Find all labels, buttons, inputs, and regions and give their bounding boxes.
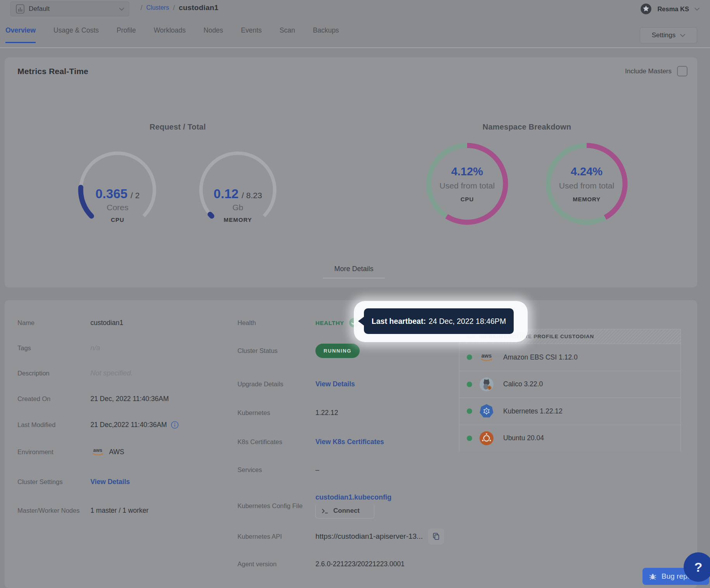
cluster-settings-view-details-link[interactable]: View Details — [90, 478, 130, 486]
detail-row-created-on: Created On 21 Dec, 2022 11:40:36AM — [17, 393, 169, 405]
detail-row-k8s-certificates: K8s Certificates View K8s Certificates — [237, 436, 384, 448]
tabstrip: Overview Usage & Costs Profile Workloads… — [0, 22, 710, 48]
status-dot — [467, 408, 472, 414]
cpu-request-gauge: 0.365/ 2 Cores CPU — [77, 149, 158, 231]
terminal-icon — [321, 508, 329, 514]
detail-row-upgrade-details: Upgrade Details View Details — [237, 378, 355, 390]
aws-icon: aws — [90, 447, 105, 457]
tab-backups[interactable]: Backups — [313, 26, 339, 43]
detail-row-cluster-status: Cluster Status RUNNING — [237, 344, 360, 357]
kubeconfig-link[interactable]: custodian1.kubeconfig — [315, 493, 391, 502]
status-dot — [467, 355, 472, 360]
health-status: HEALTHY — [315, 320, 344, 326]
cpu-donut-title: CPU — [418, 196, 516, 202]
tab-usage-costs[interactable]: Usage & Costs — [54, 26, 99, 43]
tooltip-arrow — [358, 316, 364, 326]
user-name[interactable]: Resma KS — [657, 5, 689, 13]
detail-row-last-modified: Last Modified 21 Dec,2022 11:40:36AM — [17, 419, 179, 431]
copy-icon — [432, 532, 440, 541]
detail-row-kubernetes-api: Kubernetes API https://custodian1-apiser… — [237, 527, 445, 545]
namespace-cpu-donut: 4.12% Used from total CPU — [426, 143, 508, 225]
infra-item-ubuntu[interactable]: Ubuntu 20.04 — [459, 425, 681, 452]
kubernetes-icon — [478, 404, 495, 419]
breadcrumb: / Clusters / custodian1 — [140, 3, 218, 12]
detail-row-cluster-settings: Cluster Settings View Details — [17, 476, 130, 488]
chevron-down-icon[interactable] — [694, 7, 700, 11]
detail-row-name: Name custodian1 — [17, 316, 123, 329]
include-masters-checkbox[interactable] — [677, 66, 687, 76]
detail-row-services: Services – — [237, 463, 319, 476]
svg-text:aws: aws — [93, 448, 102, 453]
detail-row-kubernetes-version: Kubernetes 1.22.12 — [237, 406, 338, 419]
memory-donut-label: Used from total — [538, 181, 636, 190]
status-dot — [467, 436, 472, 441]
breadcrumb-separator: / — [140, 4, 142, 12]
cluster-overview-screen: Default / Clusters / custodian1 Resma KS… — [0, 0, 710, 588]
memory-gauge-value: 0.12/ 8.23 — [182, 187, 294, 201]
chevron-down-icon — [119, 7, 124, 11]
detail-row-description: Description Not specified. — [17, 367, 133, 379]
memory-request-gauge: 0.12/ 8.23 Gb MEMORY — [197, 149, 279, 231]
bar-chart-icon — [16, 4, 25, 14]
namespace-breakdown-title: Namespace Breakdown — [410, 123, 643, 131]
calico-icon — [478, 377, 495, 392]
settings-button-label: Settings — [652, 31, 675, 39]
detail-row-master-worker: Master/Worker Nodes 1 master / 1 worker — [17, 504, 149, 517]
cpu-donut-value: 4.12% — [418, 165, 516, 178]
project-selector-value: Default — [29, 5, 115, 13]
aws-icon: aws — [478, 352, 495, 363]
running-status-badge: RUNNING — [315, 344, 360, 358]
connect-button-label: Connect — [333, 507, 360, 515]
user-avatar-star-icon[interactable] — [640, 3, 652, 15]
infra-item-amazon-ebs-csi[interactable]: aws Amazon EBS CSI 1.12.0 — [459, 344, 681, 371]
info-icon[interactable] — [171, 421, 179, 429]
tab-events[interactable]: Events — [241, 26, 262, 43]
ubuntu-icon — [478, 431, 495, 446]
include-masters-control: Include Masters — [625, 66, 687, 76]
namespace-memory-donut: 4.24% Used from total MEMORY — [545, 143, 628, 225]
tab-overview[interactable]: Overview — [5, 26, 36, 43]
view-k8s-certificates-link[interactable]: View K8s Certificates — [315, 438, 384, 446]
memory-gauge-title: MEMORY — [182, 216, 294, 223]
copy-api-url-button[interactable] — [428, 528, 445, 545]
metrics-panel-title: Metrics Real-Time — [17, 67, 88, 76]
include-masters-label: Include Masters — [625, 67, 672, 75]
infra-item-calico[interactable]: Calico 3.22.0 — [459, 371, 681, 398]
tab-workloads[interactable]: Workloads — [154, 26, 185, 43]
detail-row-kubeconfig: Kubernetes Config File custodian1.kubeco… — [237, 488, 391, 523]
upgrade-view-details-link[interactable]: View Details — [315, 380, 355, 388]
cpu-gauge-unit: Cores — [61, 203, 174, 212]
last-heartbeat-tooltip: Last heartbeat: 24 Dec, 2022 18:46PM — [364, 308, 514, 334]
memory-donut-value: 4.24% — [538, 165, 636, 178]
project-selector-dropdown[interactable]: Default — [10, 2, 129, 16]
bug-icon — [649, 572, 657, 581]
topbar: Default / Clusters / custodian1 Resma KS — [0, 0, 710, 19]
detail-row-tags: Tags n/a — [17, 342, 100, 354]
status-dot — [467, 382, 472, 387]
help-button[interactable]: ? — [684, 552, 710, 582]
infra-item-kubernetes[interactable]: Kubernetes 1.22.12 — [459, 398, 681, 425]
topbar-right: Resma KS — [640, 3, 700, 15]
chevron-down-icon — [680, 34, 685, 37]
tab-profile[interactable]: Profile — [117, 26, 136, 43]
breadcrumb-clusters-link[interactable]: Clusters — [146, 4, 169, 11]
settings-button[interactable]: Settings — [640, 27, 697, 43]
detail-row-environment: Environment aws AWS — [17, 446, 124, 458]
tab-scan[interactable]: Scan — [280, 26, 295, 43]
tabs: Overview Usage & Costs Profile Workloads… — [5, 26, 339, 43]
detail-row-health: Health HEALTHY — [237, 316, 359, 329]
request-total-title: Request / Total — [61, 123, 294, 131]
connect-button[interactable]: Connect — [315, 504, 374, 519]
more-details-button[interactable]: More Details — [323, 265, 385, 278]
detail-row-agent-version: Agent version 2.6.0-221223/20221223.0001 — [237, 558, 405, 570]
breadcrumb-current-cluster: custodian1 — [179, 3, 218, 12]
memory-donut-title: MEMORY — [538, 196, 636, 202]
tab-nodes[interactable]: Nodes — [204, 26, 223, 43]
cpu-gauge-title: CPU — [61, 216, 174, 223]
memory-gauge-unit: Gb — [182, 203, 294, 212]
infrastructure-profile-panel: INFRASTRUCTURE PROFILE CUSTODIAN aws Ama… — [459, 329, 681, 451]
cpu-donut-label: Used from total — [418, 181, 516, 190]
svg-text:aws: aws — [481, 353, 492, 359]
cluster-details-panel: Name custodian1 Tags n/a Description Not… — [5, 300, 697, 588]
cpu-gauge-value: 0.365/ 2 — [61, 187, 174, 201]
